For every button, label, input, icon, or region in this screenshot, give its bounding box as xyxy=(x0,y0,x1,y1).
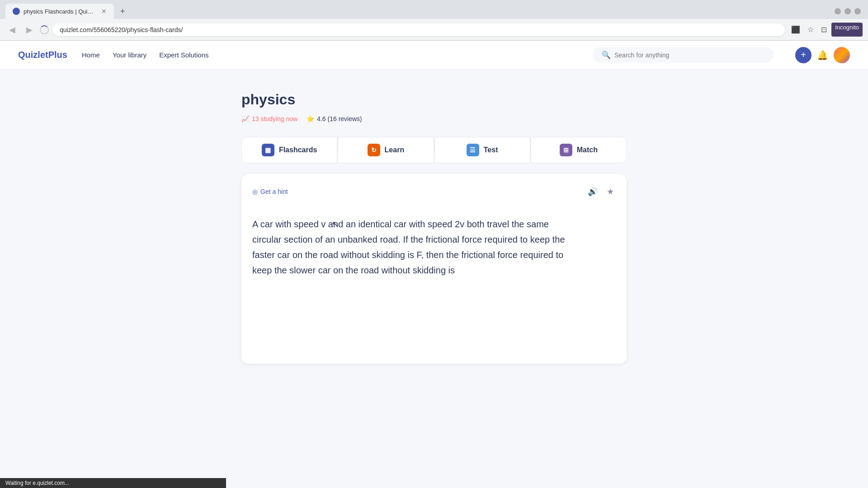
tab-favicon xyxy=(13,8,20,15)
status-bar: Waiting for e.quizlet.com... xyxy=(0,478,226,488)
mode-buttons: ▦ Flashcards ↻ Learn ☰ Test ⊞ Match xyxy=(241,137,627,163)
minimize-button[interactable] xyxy=(835,8,841,14)
flashcards-icon: ▦ xyxy=(262,144,274,156)
top-nav: QuizletPlus Home Your library Expert Sol… xyxy=(0,41,868,70)
loading-indicator xyxy=(40,25,49,34)
page-title: physics xyxy=(241,91,627,108)
trending-icon: 📈 xyxy=(241,115,249,122)
profile-icon[interactable]: Incognito xyxy=(831,23,863,37)
logo[interactable]: QuizletPlus xyxy=(18,50,67,60)
bookmark-icon[interactable]: ☆ xyxy=(805,23,816,37)
star-button[interactable]: ★ xyxy=(605,185,616,198)
search-icon: 🔍 xyxy=(602,51,611,59)
flashcard-toolbar: ◎ Get a hint 🔊 ★ xyxy=(252,185,616,198)
search-input[interactable] xyxy=(614,52,764,59)
notifications-button[interactable]: 🔔 xyxy=(817,50,828,61)
search-bar[interactable]: 🔍 xyxy=(593,47,774,63)
learn-icon: ↻ xyxy=(368,144,380,156)
test-icon: ☰ xyxy=(467,144,479,156)
star-icon: ⭐ xyxy=(307,115,314,122)
forward-button[interactable]: ▶ xyxy=(23,23,36,37)
card-question: A car with speed v and an identical car … xyxy=(252,216,569,278)
rating: ⭐ 4.6 (16 reviews) xyxy=(307,115,362,122)
avatar[interactable] xyxy=(834,47,850,63)
studying-now: 📈 13 studying now xyxy=(241,115,297,122)
flashcard-content: A car with speed v and an identical car … xyxy=(252,207,616,287)
tab-title: physics Flashcards | Quizlet xyxy=(24,8,96,15)
flashcard-actions: 🔊 ★ xyxy=(586,185,616,198)
hint-icon: ◎ xyxy=(252,188,258,195)
create-button[interactable]: + xyxy=(795,47,811,63)
close-tab-button[interactable]: ✕ xyxy=(101,8,107,15)
nav-actions: + 🔔 xyxy=(795,47,850,63)
picture-in-picture-icon[interactable]: ⬛ xyxy=(788,23,803,37)
hint-button[interactable]: ◎ Get a hint xyxy=(252,188,288,195)
address-bar[interactable] xyxy=(52,23,785,36)
learn-mode-button[interactable]: ↻ Learn xyxy=(338,137,434,163)
close-button[interactable] xyxy=(854,8,861,14)
audio-button[interactable]: 🔊 xyxy=(586,185,599,198)
browser-sync-icon[interactable]: ⊡ xyxy=(818,23,830,37)
set-meta: 📈 13 studying now ⭐ 4.6 (16 reviews) xyxy=(241,115,627,122)
match-mode-button[interactable]: ⊞ Match xyxy=(531,137,627,163)
nav-links: Home Your library Expert Solutions xyxy=(82,51,209,59)
nav-expert[interactable]: Expert Solutions xyxy=(159,51,208,59)
new-tab-button[interactable]: + xyxy=(116,5,130,18)
nav-library[interactable]: Your library xyxy=(113,51,146,59)
flashcards-mode-button[interactable]: ▦ Flashcards xyxy=(241,137,337,163)
match-icon: ⊞ xyxy=(560,144,572,156)
nav-home[interactable]: Home xyxy=(82,51,100,59)
test-mode-button[interactable]: ☰ Test xyxy=(434,137,530,163)
flashcard[interactable]: ◎ Get a hint 🔊 ★ A car with speed v and … xyxy=(241,174,627,364)
maximize-button[interactable] xyxy=(844,8,851,14)
back-button[interactable]: ◀ xyxy=(5,23,19,37)
main-content: physics 📈 13 studying now ⭐ 4.6 (16 revi… xyxy=(231,70,637,385)
